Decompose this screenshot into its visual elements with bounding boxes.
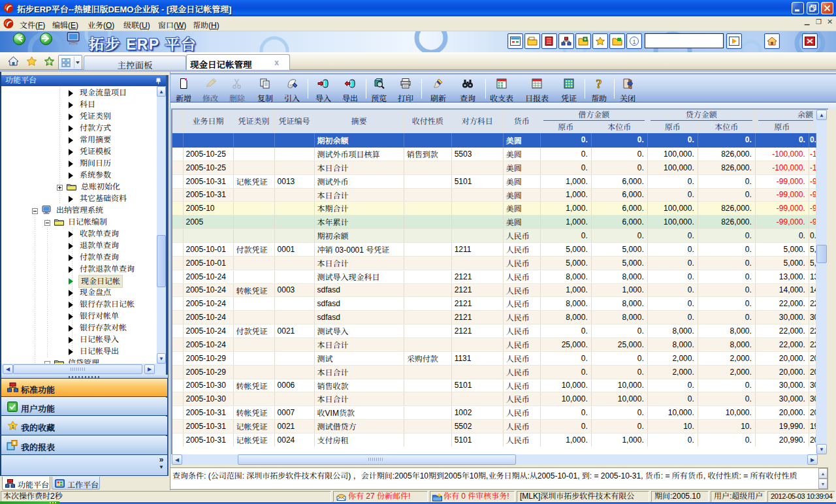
svg-text:?: ? — [596, 78, 602, 89]
svg-text:1: 1 — [632, 39, 635, 45]
svg-text:1: 1 — [11, 424, 14, 430]
